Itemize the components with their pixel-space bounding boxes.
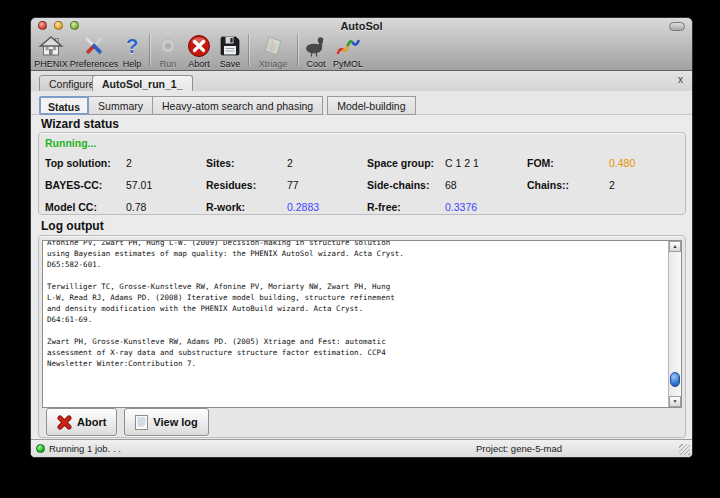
minimize-window-button[interactable] [54,21,63,30]
view-log-button-label: View log [153,416,197,428]
label-r-work: R-work: [206,201,245,213]
autosol-window: AutoSol PHENIX [30,17,693,458]
value-sites: 2 [287,157,293,169]
xtriage-crystal-icon [261,33,285,59]
abort-button-label: Abort [77,416,106,428]
toolbar-label: Preferences [70,59,119,69]
toolbar-item-pymol[interactable]: PyMOL [330,32,366,69]
tab-model-building[interactable]: Model-building [327,96,415,115]
toolbar-label: Xtriage [259,59,288,69]
label-residues: Residues: [206,179,256,191]
log-text-area[interactable]: Afonine PV, Zwart PH, Hung L-W. (2009) D… [42,240,682,408]
log-output-panel: Afonine PV, Zwart PH, Hung L-W. (2009) D… [38,235,686,438]
save-floppy-icon [219,33,241,59]
abort-x-icon [57,415,72,430]
tab-heavy-atom-search[interactable]: Heavy-atom search and phasing [152,96,323,115]
label-space-group: Space group: [367,157,434,169]
view-log-button[interactable]: View log [124,408,208,436]
zoom-window-button[interactable] [70,21,79,30]
running-status-dot-icon [36,444,45,453]
label-chains: Chains:: [527,179,569,191]
toolbar-separator [149,34,150,66]
label-fom: FOM: [527,157,554,169]
toolbar-label: Save [220,59,241,69]
value-model-cc: 0.78 [126,201,146,213]
scrollbar-thumb[interactable] [670,372,680,387]
toolbar-label: Run [160,59,177,69]
toolbar-label: Coot [306,59,325,69]
value-top-solution: 2 [126,157,132,169]
label-bayes-cc: BAYES-CC: [45,179,102,191]
toolbar-item-coot[interactable]: Coot [302,32,330,69]
toolbar-label: Help [123,59,142,69]
value-fom: 0.480 [609,157,635,169]
status-bar: Running 1 job. . . Project: gene-5-mad [31,439,692,457]
wizard-status-panel: Running... Top solution: 2 Sites: 2 Spac… [38,132,686,215]
log-button-row: Abort View log [46,408,209,436]
toolbar-toggle-button[interactable] [669,22,685,31]
value-residues: 77 [287,179,299,191]
label-sites: Sites: [206,157,235,169]
value-bayes-cc: 57.01 [126,179,152,191]
label-top-solution: Top solution: [45,157,111,169]
toolbar-label: PyMOL [333,59,363,69]
log-output-heading: Log output [41,219,104,233]
abort-button[interactable]: Abort [46,408,117,436]
titlebar[interactable]: AutoSol [31,18,692,32]
wizard-status-heading: Wizard status [41,117,119,131]
toolbar: PHENIX [31,32,692,70]
coot-bird-icon [304,33,328,59]
toolbar-item-abort[interactable]: Abort [182,32,216,69]
phenix-home-icon [38,33,64,59]
label-model-cc: Model CC: [45,201,97,213]
value-space-group: C 1 2 1 [445,157,479,169]
running-status-text: Running... [45,137,96,149]
value-r-work: 0.2883 [287,201,319,213]
toolbar-item-xtriage[interactable]: Xtriage [253,32,293,69]
value-chains: 2 [609,179,615,191]
toolbar-label: PHENIX [34,59,68,69]
toolbar-item-help[interactable]: ? Help [119,32,145,69]
close-window-button[interactable] [38,21,47,30]
label-side-chains: Side-chains: [367,179,429,191]
value-side-chains: 68 [445,179,457,191]
abort-circle-icon [187,33,211,59]
toolbar-label: Abort [188,59,210,69]
tab-status[interactable]: Status [39,96,89,115]
log-scrollbar[interactable]: ▲ ▼ [668,241,681,407]
label-r-free: R-free: [367,201,401,213]
notebook-tab-band: Configure AutoSol_run_1_ x [31,71,692,92]
toolbar-item-preferences[interactable]: Preferences [69,32,119,69]
run-gear-icon [156,33,180,59]
toolbar-separator [248,34,249,66]
resize-grip[interactable] [679,444,690,455]
log-text: Afonine PV, Zwart PH, Hung L-W. (2009) D… [43,240,681,369]
toolbar-item-run[interactable]: Run [154,32,182,69]
preferences-tools-icon [82,33,106,59]
subtab-band: Status Summary Heavy-atom search and pha… [31,91,692,115]
traffic-lights [38,21,79,30]
pymol-ribbon-icon [335,33,361,59]
scroll-down-icon[interactable]: ▼ [669,396,681,407]
window-header: AutoSol PHENIX [31,18,692,71]
toolbar-separator [297,34,298,66]
help-question-icon: ? [126,33,138,59]
close-tab-icon[interactable]: x [678,74,683,86]
tab-summary[interactable]: Summary [88,96,153,115]
scroll-up-icon[interactable]: ▲ [669,241,681,252]
toolbar-item-phenix[interactable]: PHENIX [33,32,69,69]
value-r-free: 0.3376 [445,201,477,213]
screenshot-root: AutoSol PHENIX [0,0,720,498]
toolbar-item-save[interactable]: Save [216,32,244,69]
tab-autosol-run-1[interactable]: AutoSol_run_1_ [92,75,193,92]
status-bar-project: Project: gene-5-mad [476,443,562,454]
status-bar-message: Running 1 job. . . [49,443,121,454]
document-icon [135,415,148,430]
